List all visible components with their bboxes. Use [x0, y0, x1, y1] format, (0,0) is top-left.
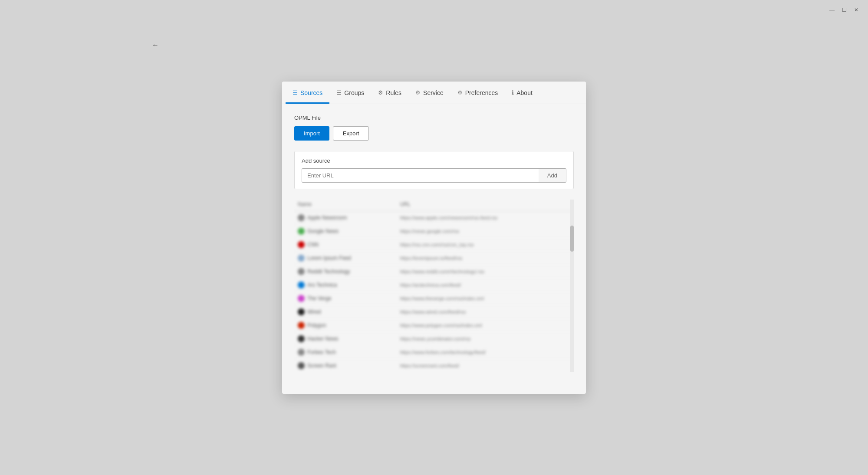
source-favicon — [298, 322, 305, 329]
rules-icon: ⚙ — [378, 89, 383, 96]
col-name-header: Name — [294, 200, 397, 211]
table-row[interactable]: Ars Technicahttps://arstechnica.com/feed… — [294, 278, 574, 292]
source-name-cell: Reddit Technology — [294, 265, 397, 278]
source-name: Google News — [307, 228, 339, 234]
table-row[interactable]: Reddit Technologyhttps://www.reddit.com/… — [294, 265, 574, 278]
source-favicon — [298, 214, 305, 221]
source-name-cell: CNN — [294, 238, 397, 252]
source-name: Lorem Ipsum Feed — [307, 255, 351, 261]
sources-icon: ☰ — [293, 89, 298, 96]
source-url: https://screenrant.com/feed/ — [397, 359, 574, 372]
url-input[interactable] — [302, 168, 539, 183]
source-url: https://www.polygon.com/rss/index.xml — [397, 319, 574, 332]
tab-bar: ☰ Sources ☰ Groups ⚙ Rules ⚙ Service ⚙ P… — [282, 82, 586, 104]
source-url: https://news.google.com/rss — [397, 225, 574, 238]
source-name-cell: Ars Technica — [294, 278, 397, 292]
maximize-button[interactable]: ☐ — [840, 6, 848, 14]
col-url-header: URL — [397, 200, 574, 211]
table-row[interactable]: The Vergehttps://www.theverge.com/rss/in… — [294, 292, 574, 305]
add-source-section: Add source Add — [294, 151, 574, 189]
opml-buttons: Import Export — [294, 126, 574, 141]
source-url: https://www.forbes.com/technology/feed/ — [397, 346, 574, 359]
table-row[interactable]: Polygonhttps://www.polygon.com/rss/index… — [294, 319, 574, 332]
groups-icon: ☰ — [336, 89, 342, 96]
source-url: https://news.ycombinator.com/rss — [397, 332, 574, 346]
source-name: Apple Newsroom — [307, 215, 347, 221]
source-favicon — [298, 228, 305, 235]
add-button[interactable]: Add — [539, 168, 566, 183]
source-name: Forbes Tech — [307, 349, 336, 355]
source-name-cell: Hacker News — [294, 332, 397, 346]
source-name: The Verge — [307, 295, 331, 301]
close-button[interactable]: ✕ — [852, 6, 860, 14]
source-favicon — [298, 362, 305, 369]
sources-list-container: Name URL Apple Newsroomhttps://www.apple… — [294, 200, 574, 372]
source-favicon — [298, 335, 305, 342]
source-name: Polygon — [307, 322, 326, 328]
source-name: Screen Rant — [307, 363, 336, 369]
table-row[interactable]: Lorem Ipsum Feedhttps://loremipsum.io/fe… — [294, 252, 574, 265]
source-name-cell: Polygon — [294, 319, 397, 332]
source-favicon — [298, 282, 305, 288]
source-url: https://www.reddit.com/r/technology/.rss — [397, 265, 574, 278]
source-url: https://www.theverge.com/rss/index.xml — [397, 292, 574, 305]
table-row[interactable]: Forbes Techhttps://www.forbes.com/techno… — [294, 346, 574, 359]
source-name: Reddit Technology — [307, 269, 350, 275]
table-row[interactable]: Apple Newsroomhttps://www.apple.com/news… — [294, 211, 574, 225]
table-row[interactable]: Google Newshttps://news.google.com/rss — [294, 225, 574, 238]
source-favicon — [298, 241, 305, 248]
minimize-button[interactable]: — — [828, 6, 836, 14]
import-button[interactable]: Import — [294, 126, 329, 141]
source-name: Wired — [307, 309, 321, 315]
source-url: https://arstechnica.com/feed/ — [397, 278, 574, 292]
source-name-cell: The Verge — [294, 292, 397, 305]
source-url: https://rss.cnn.com/rss/cnn_top.rss — [397, 238, 574, 252]
source-name: Ars Technica — [307, 282, 337, 288]
source-url: https://www.wired.com/feed/rss — [397, 305, 574, 319]
source-favicon — [298, 295, 305, 302]
content-area: OPML File Import Export Add source Add N… — [282, 104, 586, 372]
source-favicon — [298, 349, 305, 356]
source-name-cell: Apple Newsroom — [294, 211, 397, 225]
about-icon: ℹ — [512, 89, 514, 96]
scrollbar-track[interactable] — [570, 200, 574, 372]
url-row: Add — [302, 168, 566, 183]
back-button[interactable]: ← — [148, 38, 162, 52]
source-name-cell: Wired — [294, 305, 397, 319]
table-row[interactable]: Wiredhttps://www.wired.com/feed/rss — [294, 305, 574, 319]
source-favicon — [298, 308, 305, 315]
sources-table: Name URL Apple Newsroomhttps://www.apple… — [294, 200, 574, 372]
scrollbar-thumb[interactable] — [570, 226, 574, 252]
source-name-cell: Google News — [294, 225, 397, 238]
source-name-cell: Forbes Tech — [294, 346, 397, 359]
tab-groups[interactable]: ☰ Groups — [329, 82, 371, 104]
source-name-cell: Lorem Ipsum Feed — [294, 252, 397, 265]
source-name: Hacker News — [307, 336, 338, 342]
export-button[interactable]: Export — [333, 126, 369, 141]
tab-about[interactable]: ℹ About — [505, 82, 539, 104]
source-favicon — [298, 255, 305, 262]
add-source-title: Add source — [302, 157, 566, 164]
tab-service[interactable]: ⚙ Service — [408, 82, 450, 104]
source-name-cell: Screen Rant — [294, 359, 397, 372]
source-favicon — [298, 268, 305, 275]
source-url: https://www.apple.com/newsroom/rss-feed.… — [397, 211, 574, 225]
table-row[interactable]: Hacker Newshttps://news.ycombinator.com/… — [294, 332, 574, 346]
preferences-icon: ⚙ — [457, 89, 463, 96]
tab-sources[interactable]: ☰ Sources — [286, 82, 329, 104]
settings-dialog: ☰ Sources ☰ Groups ⚙ Rules ⚙ Service ⚙ P… — [282, 82, 586, 394]
table-row[interactable]: CNNhttps://rss.cnn.com/rss/cnn_top.rss — [294, 238, 574, 252]
opml-title: OPML File — [294, 115, 574, 121]
table-row[interactable]: Screen Ranthttps://screenrant.com/feed/ — [294, 359, 574, 372]
source-name: CNN — [307, 242, 319, 248]
tab-rules[interactable]: ⚙ Rules — [371, 82, 408, 104]
service-icon: ⚙ — [415, 89, 421, 96]
source-url: https://loremipsum.io/feed/rss — [397, 252, 574, 265]
tab-preferences[interactable]: ⚙ Preferences — [450, 82, 505, 104]
